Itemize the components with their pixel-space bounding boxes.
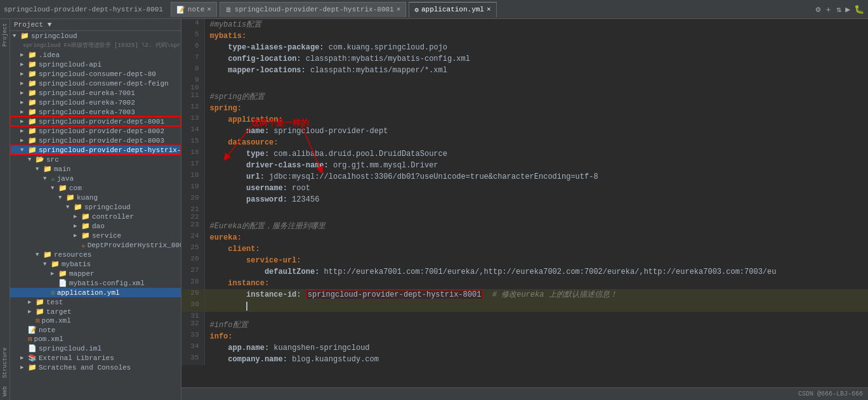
tree-item-application-yml[interactable]: ⚙ application.yml — [10, 288, 181, 297]
project-tree: Project ▼ ▼ 📁 springcloud springcloud FA… — [10, 19, 181, 400]
java-folder-icon: ☕ — [51, 174, 55, 183]
tree-item-provider-8001[interactable]: ▶ 📁 springcloud-provider-dept-8001 — [10, 117, 181, 126]
play-icon[interactable]: ▶ — [845, 4, 850, 15]
expand-arrow: ▼ — [43, 261, 51, 268]
expand-arrow: ▶ — [20, 99, 28, 106]
tree-item-hystrix-8001[interactable]: ▼ 📁 springcloud-provider-dept-hystrix-80… — [10, 145, 181, 155]
top-tab-note[interactable]: 📝 note × — [171, 2, 217, 17]
expand-arrow: ▼ — [51, 185, 58, 191]
folder-icon: 📁 — [43, 165, 52, 173]
tree-item-mapper[interactable]: ▶ 📁 mapper — [10, 269, 181, 278]
code-table: 4 #mybatis配置 5 mybatis: 6 type-aliases-p… — [181, 19, 868, 365]
tree-item-eureka-7003[interactable]: ▶ 📁 springcloud-eureka-7003 — [10, 107, 181, 117]
tree-item-consumer-80[interactable]: ▶ 📁 springcloud-consumer-dept-80 — [10, 69, 181, 79]
folder-icon: 📁 — [28, 98, 37, 106]
project-vtab[interactable]: Project — [0, 19, 10, 51]
folder-icon: 📁 — [28, 136, 37, 145]
tree-item-kuang[interactable]: ▼ 📁 kuang — [10, 193, 181, 202]
code-line-8: 8 mapper-locations: classpath:mybatis/ma… — [181, 65, 868, 76]
code-line-21: 21 — [181, 205, 868, 213]
tree-item-consumer-feign[interactable]: ▶ 📁 springcloud-consumer-dept-feign — [10, 79, 181, 88]
iml-icon: 📄 — [28, 344, 37, 352]
expand-arrow: ▶ — [20, 61, 28, 68]
folder-icon: 📁 — [28, 146, 37, 154]
folder-icon: 📁 — [28, 89, 37, 97]
yml-icon: ⚙ — [414, 6, 419, 14]
tree-item-eureka-7001[interactable]: ▶ 📁 springcloud-eureka-7001 — [10, 88, 181, 98]
code-line-30[interactable]: 30 — [181, 300, 868, 312]
expand-arrow: ▼ — [20, 147, 28, 153]
folder-icon: 📁 — [28, 108, 37, 116]
tree-item-com[interactable]: ▼ 📁 com — [10, 183, 181, 193]
tree-item-springcloud2[interactable]: ▼ 📁 springcloud — [10, 202, 181, 212]
top-bar: springcloud-provider-dept-hystrix-8001 📝… — [0, 0, 868, 19]
code-line-24: 24 eureka: — [181, 232, 868, 243]
tree-item-mybatis[interactable]: ▼ 📁 mybatis — [10, 259, 181, 269]
code-line-28: 28 instance: — [181, 278, 868, 289]
code-line-13: 13 application: — [181, 114, 868, 126]
folder-icon: 📁 — [58, 269, 67, 278]
csdn-watermark: CSDN @666-LBJ-666 — [798, 390, 863, 397]
code-line-6: 6 type-aliases-package: com.kuang.spring… — [181, 42, 868, 53]
plus-icon[interactable]: ＋ — [824, 4, 832, 15]
tree-item-scratches[interactable]: ▶ 📁 Scratches and Consoles — [10, 363, 181, 372]
expand-arrow: ▶ — [20, 89, 28, 96]
vertical-tabs: Project Structure Web — [0, 19, 10, 400]
code-editor: 4 #mybatis配置 5 mybatis: 6 type-aliases-p… — [181, 19, 868, 387]
tree-item-eureka-7002[interactable]: ▶ 📁 springcloud-eureka-7002 — [10, 98, 181, 107]
arrows-icon[interactable]: ⇅ — [836, 4, 841, 15]
expand-arrow: ▶ — [28, 308, 36, 315]
tree-item-dao[interactable]: ▶ 📁 dao — [10, 221, 181, 231]
close-icon[interactable]: × — [397, 6, 401, 13]
code-line-17: 17 driver-class-name: org.gjt.mm.mysql.D… — [181, 160, 868, 171]
top-tab-yml[interactable]: ⚙ application.yml × — [409, 2, 496, 17]
folder-icon: 📚 — [28, 354, 37, 362]
tree-item-iml[interactable]: 📄 springcloud.iml — [10, 344, 181, 353]
top-tab-hystrix[interactable]: 🗎 springcloud-provider-dept-hystrix-8001… — [220, 2, 406, 17]
code-line-19: 19 username: root — [181, 183, 868, 194]
close-icon[interactable]: × — [487, 6, 491, 13]
folder-icon: 📁 — [81, 231, 90, 240]
tree-item-note[interactable]: 📝 note — [10, 325, 181, 335]
expand-arrow: ▶ — [20, 80, 28, 87]
tree-item-pom-root[interactable]: m pom.xml — [10, 335, 181, 344]
expand-arrow: ▶ — [20, 108, 28, 115]
code-line-23: 23 #Eureka的配置，服务注册到哪里 — [181, 221, 868, 232]
tree-item-main[interactable]: ▼ 📁 main — [10, 164, 181, 174]
expand-arrow: ▶ — [74, 213, 81, 220]
tree-item-api[interactable]: ▶ 📁 springcloud-api — [10, 60, 181, 69]
expand-arrow: ▼ — [36, 166, 43, 172]
close-icon[interactable]: × — [207, 6, 211, 13]
settings-icon[interactable]: ⚙ — [816, 4, 821, 15]
tree-item-src[interactable]: ▼ 📂 src — [10, 155, 181, 164]
code-line-18: 18 url: jdbc:mysql://localhost:3306/db01… — [181, 171, 868, 183]
tree-item-mybatis-config[interactable]: 📄 mybatis-config.xml — [10, 278, 181, 288]
tree-item-controller[interactable]: ▶ 📁 controller — [10, 212, 181, 221]
code-line-33: 33 info: — [181, 331, 868, 342]
code-line-22: 22 — [181, 213, 868, 221]
tree-item-pom-inner[interactable]: m pom.xml — [10, 316, 181, 325]
file-icon: 🗎 — [225, 6, 232, 14]
web-vtab[interactable]: Web — [0, 382, 10, 400]
bug-icon[interactable]: 🐛 — [854, 4, 864, 15]
xml-icon: m — [28, 335, 32, 343]
tree-item-target[interactable]: ▶ 📁 target — [10, 307, 181, 316]
expand-arrow: ▶ — [74, 232, 81, 239]
folder-icon: 📁 — [51, 260, 60, 268]
tree-header[interactable]: Project ▼ — [10, 19, 181, 31]
tree-item-springcloud[interactable]: ▼ 📁 springcloud — [10, 31, 181, 41]
tree-item-idea[interactable]: ▶ 📁 .idea — [10, 50, 181, 60]
tree-item-test[interactable]: ▶ 📁 test — [10, 297, 181, 307]
main-layout: Project Structure Web Project ▼ ▼ 📁 spri… — [0, 19, 868, 400]
folder-icon: 📁 — [28, 127, 37, 135]
tree-item-ext-libs[interactable]: ▶ 📚 External Libraries — [10, 353, 181, 363]
expand-arrow: ▶ — [20, 354, 28, 361]
tree-item-java[interactable]: ▼ ☕ java — [10, 174, 181, 183]
tree-item-provider-8003[interactable]: ▶ 📁 springcloud-provider-dept-8003 — [10, 136, 181, 145]
tree-item-service[interactable]: ▶ 📁 service — [10, 231, 181, 240]
tree-item-provider-8002[interactable]: ▶ 📁 springcloud-provider-dept-8002 — [10, 126, 181, 136]
tree-item-resources[interactable]: ▼ 📁 resources — [10, 250, 181, 259]
structure-vtab[interactable]: Structure — [0, 344, 10, 382]
tree-item-class[interactable]: ☕ DeptProviderHystrix_8001 — [10, 240, 181, 250]
expand-arrow: ▶ — [28, 299, 36, 306]
